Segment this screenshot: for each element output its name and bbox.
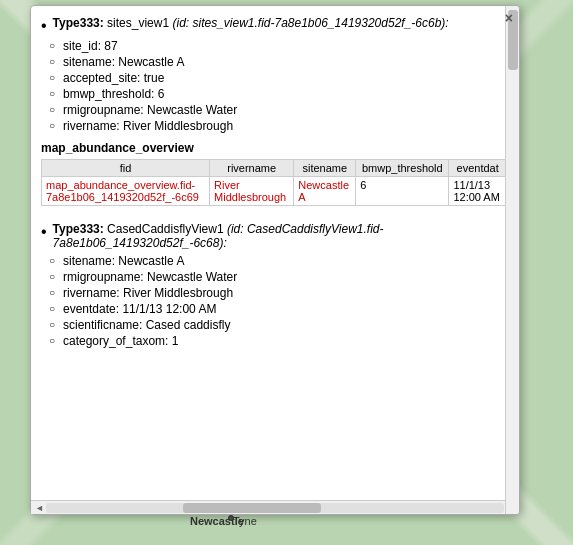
field-rmigroupname-label: rmigroupname: Newcastle Water <box>63 103 237 117</box>
field-rivername-label: rivername: River Middlesbrough <box>63 119 233 133</box>
popup-content[interactable]: × • Type333: sites_view1 (id: sites_view… <box>31 6 519 500</box>
table-section: map_abundance_overview fid rivername sit… <box>41 141 507 206</box>
col-rivername: rivername <box>210 160 294 177</box>
abundance-table: fid rivername sitename bmwp_threshold ev… <box>41 159 507 206</box>
field-rmigroupname: rmigroupname: Newcastle Water <box>49 103 507 117</box>
col-bmwp: bmwp_threshold <box>356 160 449 177</box>
section1-fields: site_id: 87 sitename: Newcastle A accept… <box>41 39 507 133</box>
field2-category-label: category_of_taxom: 1 <box>63 334 178 348</box>
map-label-tyne: Tyne <box>233 515 257 527</box>
field2-rivername: rivername: River Middlesbrough <box>49 286 507 300</box>
section2-fields: sitename: Newcastle A rmigroupname: Newc… <box>41 254 507 348</box>
field-site-id: site_id: 87 <box>49 39 507 53</box>
scroll-left-arrow[interactable]: ◄ <box>33 503 46 513</box>
field2-category: category_of_taxom: 1 <box>49 334 507 348</box>
field2-eventdate-label: eventdate: 11/1/13 12:00 AM <box>63 302 216 316</box>
cell-eventdat: 11/1/1312:00 AM <box>449 177 507 206</box>
h-scrollbar-thumb[interactable] <box>183 503 320 513</box>
field2-sitename: sitename: Newcastle A <box>49 254 507 268</box>
close-button[interactable]: × <box>505 10 513 26</box>
field-rivername: rivername: River Middlesbrough <box>49 119 507 133</box>
table-header-row: fid rivername sitename bmwp_threshold ev… <box>42 160 507 177</box>
section2-title: Type333: CasedCaddisflyView1 (id: CasedC… <box>53 222 507 250</box>
cell-fid: map_abundance_overview.fid-7a8e1b06_1419… <box>42 177 210 206</box>
view-name-2: CasedCaddisflyView1 <box>107 222 224 236</box>
vertical-scrollbar[interactable] <box>505 6 519 514</box>
info-popup: × • Type333: sites_view1 (id: sites_view… <box>30 5 520 515</box>
cell-bmwp: 6 <box>356 177 449 206</box>
col-sitename: sitename <box>294 160 356 177</box>
field2-scientificname: scientificname: Cased caddisfly <box>49 318 507 332</box>
field2-scientificname-label: scientificname: Cased caddisfly <box>63 318 230 332</box>
horizontal-scrollbar-bar[interactable]: ◄ ► <box>31 500 519 514</box>
bullet-dot-1: • <box>41 16 47 35</box>
field2-rmigroupname: rmigroupname: Newcastle Water <box>49 270 507 284</box>
field2-rmigroupname-label: rmigroupname: Newcastle Water <box>63 270 237 284</box>
view-id-1: (id: sites_view1.fid-7a8e1b06_1419320d52… <box>172 16 448 30</box>
type-label-1: Type333: <box>53 16 104 30</box>
field-accepted-site: accepted_site: true <box>49 71 507 85</box>
separator <box>41 214 507 222</box>
field-sitename-label: sitename: Newcastle A <box>63 55 184 69</box>
horizontal-scrollbar[interactable] <box>46 503 504 513</box>
field-accepted-site-label: accepted_site: true <box>63 71 164 85</box>
field2-eventdate: eventdate: 11/1/13 12:00 AM <box>49 302 507 316</box>
table-title: map_abundance_overview <box>41 141 507 155</box>
field2-sitename-label: sitename: Newcastle A <box>63 254 184 268</box>
section1-title: Type333: sites_view1 (id: sites_view1.fi… <box>53 16 449 30</box>
field2-rivername-label: rivername: River Middlesbrough <box>63 286 233 300</box>
col-eventdat: eventdat <box>449 160 507 177</box>
cell-rivername: RiverMiddlesbrough <box>210 177 294 206</box>
cell-sitename: NewcastleA <box>294 177 356 206</box>
type-label-2: Type333: <box>53 222 104 236</box>
col-fid: fid <box>42 160 210 177</box>
table-row: map_abundance_overview.fid-7a8e1b06_1419… <box>42 177 507 206</box>
field-sitename: sitename: Newcastle A <box>49 55 507 69</box>
field-bmwp-threshold: bmwp_threshold: 6 <box>49 87 507 101</box>
view-name-1: sites_view1 <box>107 16 169 30</box>
field-bmwp-threshold-label: bmwp_threshold: 6 <box>63 87 164 101</box>
bullet-dot-2: • <box>41 222 47 241</box>
section2-header: • Type333: CasedCaddisflyView1 (id: Case… <box>41 222 507 250</box>
section1-header: • Type333: sites_view1 (id: sites_view1.… <box>41 16 507 35</box>
field-site-id-label: site_id: 87 <box>63 39 118 53</box>
